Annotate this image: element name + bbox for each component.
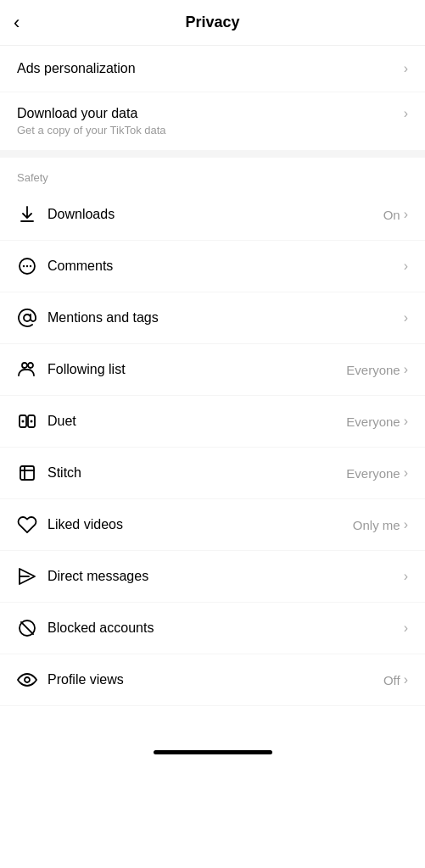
chevron-icon: › xyxy=(404,61,408,76)
chevron-icon: › xyxy=(404,465,408,481)
chevron-icon: › xyxy=(404,672,408,687)
comments-item[interactable]: Comments › xyxy=(0,241,425,292)
following-list-label: Following list xyxy=(48,362,346,377)
header: ‹ Privacy xyxy=(0,0,425,46)
chevron-icon: › xyxy=(404,620,408,636)
comments-label: Comments xyxy=(48,259,404,274)
following-icon xyxy=(17,359,48,380)
page-title: Privacy xyxy=(185,14,239,31)
duet-label: Duet xyxy=(48,414,346,429)
following-list-value: Everyone xyxy=(346,363,400,377)
duet-icon xyxy=(17,411,48,431)
chevron-icon: › xyxy=(404,106,408,121)
download-data-item[interactable]: Download your data Get a copy of your Ti… xyxy=(0,92,425,151)
mentions-tags-label: Mentions and tags xyxy=(48,310,404,326)
download-data-subtitle: Get a copy of your TikTok data xyxy=(17,124,404,136)
duet-item[interactable]: Duet Everyone › xyxy=(0,396,425,448)
ads-personalization-item[interactable]: Ads personalization › xyxy=(0,46,425,92)
profile-views-label: Profile views xyxy=(48,672,383,687)
chevron-icon: › xyxy=(404,207,408,222)
chevron-icon: › xyxy=(404,569,408,584)
message-icon xyxy=(17,566,48,587)
chevron-icon: › xyxy=(404,362,408,377)
section-divider xyxy=(0,151,425,158)
chevron-icon: › xyxy=(404,259,408,274)
svg-point-6 xyxy=(28,363,33,368)
bottom-bar xyxy=(0,740,425,771)
stitch-value: Everyone xyxy=(346,466,400,481)
block-icon xyxy=(17,618,48,638)
safety-section-label: Safety xyxy=(0,158,425,189)
downloads-value: On xyxy=(383,208,400,222)
direct-messages-item[interactable]: Direct messages › xyxy=(0,551,425,603)
svg-line-15 xyxy=(21,622,33,634)
svg-point-3 xyxy=(30,265,31,267)
svg-point-5 xyxy=(22,363,27,368)
chevron-icon: › xyxy=(404,414,408,429)
download-icon xyxy=(17,204,48,225)
blocked-accounts-item[interactable]: Blocked accounts › xyxy=(0,603,425,654)
downloads-label: Downloads xyxy=(48,207,383,222)
comment-icon xyxy=(17,256,48,276)
blocked-accounts-label: Blocked accounts xyxy=(48,620,404,636)
svg-point-16 xyxy=(25,677,30,682)
chevron-icon: › xyxy=(404,310,408,326)
downloads-item[interactable]: Downloads On › xyxy=(0,189,425,241)
svg-point-9 xyxy=(22,420,25,423)
svg-point-1 xyxy=(23,265,25,267)
mention-icon xyxy=(17,308,48,328)
mentions-tags-item[interactable]: Mentions and tags › xyxy=(0,292,425,344)
ads-personalization-label: Ads personalization xyxy=(17,61,404,76)
svg-point-2 xyxy=(26,265,28,267)
direct-messages-label: Direct messages xyxy=(48,569,404,584)
liked-videos-value: Only me xyxy=(353,518,400,532)
profile-views-item[interactable]: Profile views Off › xyxy=(0,654,425,706)
stitch-icon xyxy=(17,463,48,483)
following-list-item[interactable]: Following list Everyone › xyxy=(0,344,425,396)
svg-point-10 xyxy=(31,420,33,423)
back-button[interactable]: ‹ xyxy=(14,12,20,34)
chevron-icon: › xyxy=(404,517,408,532)
eye-icon xyxy=(17,670,48,690)
svg-point-4 xyxy=(24,314,31,321)
liked-videos-item[interactable]: Liked videos Only me › xyxy=(0,499,425,551)
stitch-item[interactable]: Stitch Everyone › xyxy=(0,448,425,499)
liked-videos-label: Liked videos xyxy=(48,517,353,532)
stitch-label: Stitch xyxy=(48,465,346,481)
heart-icon xyxy=(17,515,48,535)
download-data-label: Download your data xyxy=(17,106,404,121)
svg-rect-11 xyxy=(20,466,34,480)
duet-value: Everyone xyxy=(346,415,400,429)
home-indicator xyxy=(154,750,272,754)
profile-views-value: Off xyxy=(383,673,400,687)
